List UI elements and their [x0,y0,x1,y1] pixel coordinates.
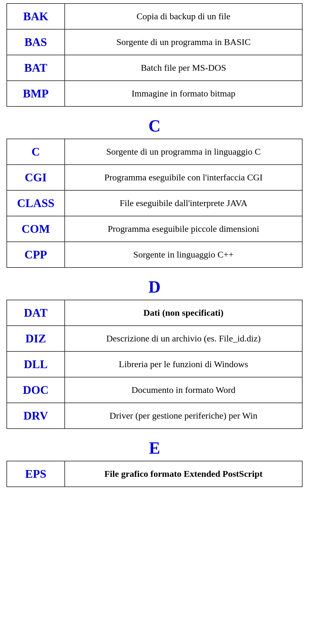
table-row: CSorgente di un programma in linguaggio … [7,139,302,165]
ext-cell-C: C [7,139,65,165]
section-header-C: C [6,110,303,139]
table-row: DLLLibreria per le funzioni di Windows [7,351,302,377]
ext-cell-DAT: DAT [7,300,65,326]
table-row: EPSFile grafico formato Extended PostScr… [7,461,302,487]
ext-cell-DOC: DOC [7,377,65,403]
table-row: BATBatch file per MS-DOS [7,55,302,81]
ext-cell-CGI: CGI [7,165,65,190]
desc-cell-DOC: Documento in formato Word [65,377,302,403]
section-header-D: D [6,271,303,300]
desc-cell-DLL: Libreria per le funzioni di Windows [65,351,302,377]
table-row: DATDati (non specificati) [7,300,302,326]
desc-cell-DAT: Dati (non specificati) [65,300,302,326]
table-row: BAKCopia di backup di un file [7,4,302,29]
ext-cell-EPS: EPS [7,461,65,487]
table-row: BMPImmagine in formato bitmap [7,81,302,106]
table-row: CLASSFile eseguibile dall'interprete JAV… [7,190,302,216]
section-header-E: E [6,432,303,461]
desc-cell-CPP: Sorgente in linguaggio C++ [65,242,302,268]
table-row: CPPSorgente in linguaggio C++ [7,242,302,268]
ext-cell-BAK: BAK [7,4,65,29]
table-row: COMProgramma eseguibile piccole dimensio… [7,216,302,242]
ext-cell-CLASS: CLASS [7,190,65,216]
ext-cell-DLL: DLL [7,351,65,377]
table-row: DRVDriver (per gestione periferiche) per… [7,403,302,429]
ext-cell-COM: COM [7,216,65,242]
desc-cell-EPS: File grafico formato Extended PostScript [65,461,302,487]
desc-cell-BMP: Immagine in formato bitmap [65,81,302,106]
ext-cell-DIZ: DIZ [7,326,65,351]
desc-cell-DIZ: Descrizione di un archivio (es. File_id.… [65,326,302,351]
desc-cell-CLASS: File eseguibile dall'interprete JAVA [65,190,302,216]
desc-cell-BAS: Sorgente di un programma in BASIC [65,29,302,55]
desc-cell-DRV: Driver (per gestione periferiche) per Wi… [65,403,302,429]
desc-cell-COM: Programma eseguibile piccole dimensioni [65,216,302,242]
table-section-0: BAKCopia di backup di un fileBASSorgente… [6,3,303,107]
ext-cell-DRV: DRV [7,403,65,429]
table-row: BASSorgente di un programma in BASIC [7,29,302,55]
table-row: CGIProgramma eseguibile con l'interfacci… [7,165,302,190]
ext-cell-BMP: BMP [7,81,65,106]
desc-cell-CGI: Programma eseguibile con l'interfaccia C… [65,165,302,190]
page-container: BAKCopia di backup di un fileBASSorgente… [0,0,309,494]
desc-cell-BAT: Batch file per MS-DOS [65,55,302,81]
table-row: DIZDescrizione di un archivio (es. File_… [7,326,302,351]
table-section-1: CSorgente di un programma in linguaggio … [6,139,303,268]
desc-cell-C: Sorgente di un programma in linguaggio C [65,139,302,165]
ext-cell-BAT: BAT [7,55,65,81]
table-section-2: DATDati (non specificati)DIZDescrizione … [6,300,303,429]
table-row: DOCDocumento in formato Word [7,377,302,403]
ext-cell-BAS: BAS [7,29,65,55]
desc-cell-BAK: Copia di backup di un file [65,4,302,29]
table-section-3: EPSFile grafico formato Extended PostScr… [6,461,303,487]
ext-cell-CPP: CPP [7,242,65,268]
